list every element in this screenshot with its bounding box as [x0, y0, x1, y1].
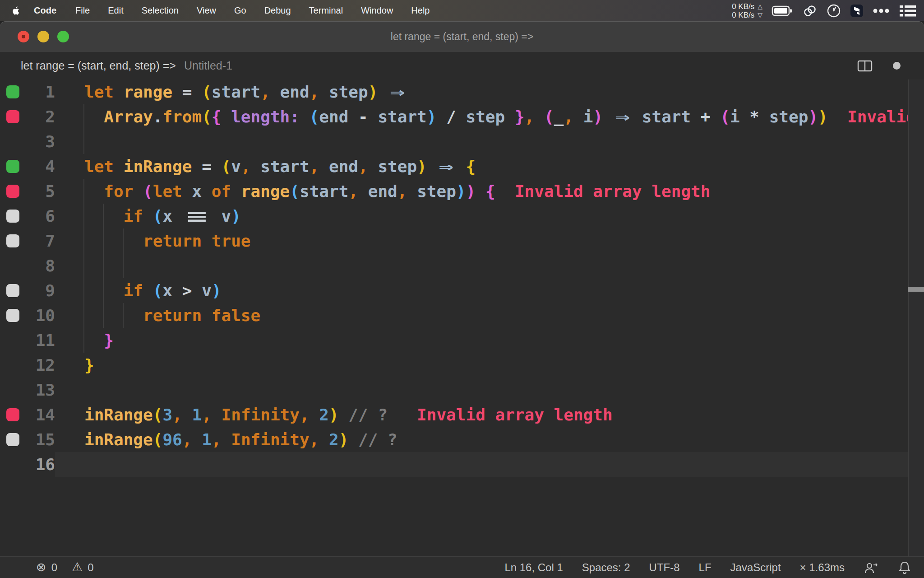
eol-setting[interactable]: LF [699, 561, 711, 574]
code-token: step [417, 182, 456, 200]
code-line[interactable]: 12} [0, 353, 924, 378]
line-number[interactable]: 13 [25, 378, 55, 402]
cursor-position[interactable]: Ln 16, Col 1 [504, 561, 563, 574]
indentation-setting[interactable]: Spaces: 2 [582, 561, 630, 574]
code-token [711, 107, 721, 126]
code-token: , [212, 430, 222, 449]
split-editor-icon[interactable] [857, 59, 873, 73]
code-token: step [378, 157, 417, 176]
code-token: / [446, 107, 456, 126]
close-window-button[interactable] [18, 31, 29, 42]
line-number[interactable]: 12 [25, 353, 55, 378]
code-token [202, 232, 212, 250]
editor-code[interactable]: 1let range = (start, end, step) ⇒2 Array… [0, 79, 924, 556]
coverage-marker-gray [6, 234, 19, 247]
apple-menu-icon[interactable] [11, 5, 21, 16]
code-line[interactable]: 1let range = (start, end, step) ⇒ [0, 79, 924, 104]
list-menu-icon[interactable] [899, 4, 917, 18]
code-token [505, 107, 515, 126]
coverage-marker-red [6, 408, 19, 421]
menu-item-edit[interactable]: Edit [99, 5, 132, 15]
unsaved-changes-dot[interactable] [893, 62, 901, 70]
line-number[interactable]: 16 [25, 452, 55, 477]
code-line[interactable]: 5 for (let x of range(start, end, step))… [0, 179, 924, 204]
line-number[interactable]: 1 [25, 79, 55, 104]
menu-item-file[interactable]: File [66, 5, 99, 15]
code-token: { [466, 157, 476, 176]
code-line[interactable]: 10 return false [0, 303, 924, 328]
code-token [691, 107, 701, 126]
menu-item-code[interactable]: Code [24, 5, 66, 15]
code-line[interactable]: 9 if (x > v) [0, 278, 924, 303]
code-token [182, 182, 192, 200]
line-number[interactable]: 4 [25, 154, 55, 179]
feedback-person-icon[interactable] [864, 560, 879, 575]
code-token: ⇒ [432, 154, 461, 179]
battery-icon[interactable] [772, 5, 793, 17]
more-dots-icon[interactable] [873, 8, 890, 14]
code-line-content: inRange(96, 1, Infinity, 2) // ? [55, 427, 924, 452]
code-token [143, 207, 153, 225]
network-speed-indicator[interactable]: 0 KB/s△ 0 KB/s▽ [732, 2, 762, 19]
menu-item-selection[interactable]: Selection [133, 5, 188, 15]
code-line-content: inRange(3, 1, Infinity, 2) // ? Invalid … [55, 402, 924, 427]
menu-item-help[interactable]: Help [402, 5, 439, 15]
menu-item-window[interactable]: Window [352, 5, 402, 15]
code-token: ( [290, 182, 300, 200]
coverage-marker-gray [6, 210, 19, 223]
line-number[interactable]: 14 [25, 402, 55, 427]
code-line[interactable]: 8 [0, 253, 924, 278]
line-number[interactable]: 15 [25, 427, 55, 452]
line-number[interactable]: 3 [25, 129, 55, 154]
window-title-bar[interactable]: let range = (start, end, step) => [0, 21, 924, 52]
code-line[interactable]: 14inRange(3, 1, Infinity, 2) // ? Invali… [0, 402, 924, 427]
indent-guide [83, 204, 84, 228]
dark-app-icon[interactable] [850, 4, 864, 18]
line-number[interactable]: 10 [25, 303, 55, 328]
quokka-timing[interactable]: × 1.63ms [800, 561, 845, 574]
notifications-bell-icon[interactable] [898, 560, 911, 575]
line-number[interactable]: 5 [25, 179, 55, 204]
editor-header-filename[interactable]: Untitled-1 [184, 59, 232, 72]
code-token: start [300, 182, 348, 200]
code-line[interactable]: 11 } [0, 328, 924, 353]
code-line[interactable]: 13 [0, 378, 924, 402]
code-line[interactable]: 16 [0, 452, 924, 477]
linked-rings-icon[interactable] [802, 4, 818, 18]
code-token: ( [153, 430, 163, 449]
code-token: ( [222, 157, 231, 176]
code-line[interactable]: 3 [0, 129, 924, 154]
line-number[interactable]: 9 [25, 278, 55, 303]
line-number[interactable]: 11 [25, 328, 55, 353]
code-token [828, 107, 847, 126]
line-number[interactable]: 6 [25, 204, 55, 228]
code-token: false [212, 306, 260, 325]
language-mode[interactable]: JavaScript [730, 561, 781, 574]
code-token: ( [153, 406, 163, 424]
line-number[interactable]: 7 [25, 228, 55, 253]
code-line[interactable]: 6 if (x ≡ v) [0, 204, 924, 228]
code-line-content: return false [55, 303, 924, 328]
code-token: inRange [84, 430, 153, 449]
code-token [759, 107, 769, 126]
zoom-window-button[interactable] [57, 31, 69, 42]
code-token: ) [456, 182, 466, 200]
code-token: , [348, 182, 358, 200]
code-line[interactable]: 4let inRange = (v, start, end, step) ⇒ { [0, 154, 924, 179]
code-line[interactable]: 15inRange(96, 1, Infinity, 2) // ? [0, 427, 924, 452]
clock-icon[interactable] [827, 4, 841, 18]
menu-item-terminal[interactable]: Terminal [300, 5, 352, 15]
menu-item-debug[interactable]: Debug [255, 5, 300, 15]
line-number[interactable]: 8 [25, 253, 55, 278]
problems-indicator[interactable]: ⊗ 0 ⚠ 0 [0, 561, 94, 574]
minimize-window-button[interactable] [37, 31, 49, 42]
encoding-setting[interactable]: UTF-8 [649, 561, 680, 574]
menu-item-go[interactable]: Go [225, 5, 255, 15]
code-token: start [212, 83, 260, 101]
menu-item-view[interactable]: View [188, 5, 225, 15]
overview-ruler[interactable] [908, 79, 924, 556]
line-number[interactable]: 2 [25, 104, 55, 129]
code-line[interactable]: 2 Array.from({ length: (end - start) / s… [0, 104, 924, 129]
code-line[interactable]: 7 return true [0, 228, 924, 253]
code-token: length: [231, 107, 300, 126]
